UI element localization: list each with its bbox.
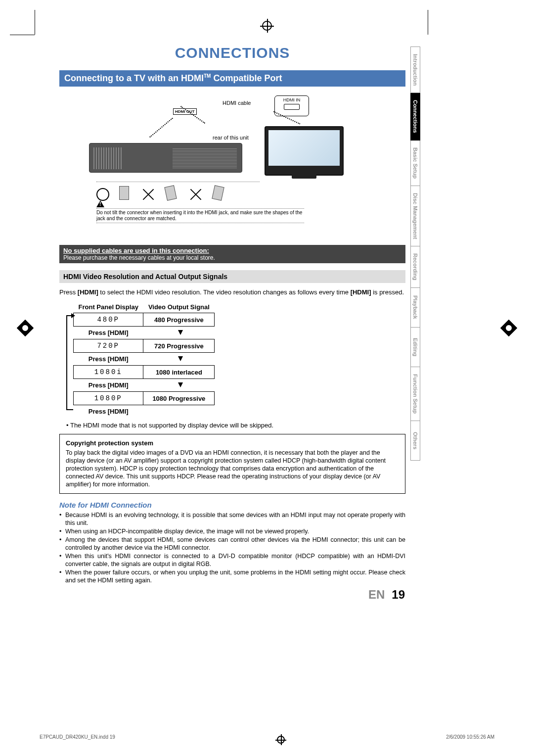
correct-mark-circle-icon bbox=[96, 188, 109, 201]
down-arrow-cell bbox=[143, 327, 215, 339]
note-item: Because HDMI is an evolving technology, … bbox=[59, 511, 405, 527]
tm-mark: TM bbox=[204, 73, 211, 79]
connector-wrong-icon bbox=[207, 186, 225, 203]
front-panel-display: 480P bbox=[74, 313, 143, 327]
crop-corner bbox=[10, 35, 35, 35]
wrong-mark-x-icon bbox=[189, 188, 202, 201]
connector-wrong-icon bbox=[160, 186, 178, 203]
table-header-right: Video Output Signal bbox=[143, 301, 215, 313]
intro-pre: Press bbox=[59, 288, 78, 296]
crop-corner bbox=[428, 10, 428, 35]
hdmi-in-label: HDMI IN bbox=[283, 97, 301, 102]
down-arrow-cell bbox=[143, 379, 215, 392]
print-registration-mark-icon bbox=[275, 734, 286, 745]
unit-rear-illustration bbox=[89, 143, 242, 173]
hdmi-bold: [HDMI] bbox=[78, 288, 98, 296]
front-panel-display: 1080i bbox=[74, 366, 143, 379]
video-output-signal: 480 Progressive bbox=[143, 313, 215, 327]
tab-playback[interactable]: Playback bbox=[410, 288, 420, 328]
intro-post: is pressed. bbox=[371, 288, 404, 296]
subsection-heading: HDMI Video Resolution and Actual Output … bbox=[59, 270, 405, 283]
press-hdmi-label: Press [HDMI] bbox=[74, 353, 143, 366]
rear-of-unit-label: rear of this unit bbox=[213, 135, 249, 141]
no-cable-sub: Please purchase the necessary cables at … bbox=[63, 254, 401, 261]
press-hdmi-label: Press [HDMI] bbox=[74, 327, 143, 339]
tilt-warning-text: Do not tilt the connector when inserting… bbox=[96, 208, 304, 223]
tab-label: Disc Management bbox=[412, 193, 418, 239]
no-cable-note-bar: No supplied cables are used in this conn… bbox=[59, 245, 405, 263]
no-cable-title: No supplied cables are used in this conn… bbox=[63, 247, 209, 254]
hdmi-cable-label: HDMI cable bbox=[222, 100, 251, 106]
copyright-box-body: To play back the digital video images of… bbox=[66, 449, 399, 488]
note-item: When the power failure occurs, or when y… bbox=[59, 568, 405, 584]
tab-basic-setup[interactable]: Basic Setup bbox=[410, 141, 420, 186]
print-footer: E7PCAUD_DR420KU_EN.indd 19 2/6/2009 10:5… bbox=[40, 734, 494, 745]
table-press-row: Press [HDMI] bbox=[74, 327, 215, 339]
note-item: When using an HDCP-incompatible display … bbox=[59, 527, 405, 535]
wrong-mark-x-icon bbox=[142, 188, 155, 201]
crop-mark-top bbox=[260, 19, 274, 33]
page-lang: EN bbox=[368, 588, 385, 601]
table-header-left: Front Panel Display bbox=[74, 301, 143, 313]
video-output-signal: 1080 interlaced bbox=[143, 366, 215, 379]
table-press-row: Press [HDMI] bbox=[74, 405, 215, 418]
down-arrow-icon bbox=[178, 356, 183, 361]
tab-others[interactable]: Others bbox=[410, 421, 420, 461]
tab-recording[interactable]: Recording bbox=[410, 246, 420, 287]
page-content: CONNECTIONS Connecting to a TV with an H… bbox=[59, 45, 405, 585]
table-row: 720P 720 Progressive bbox=[74, 339, 215, 353]
note-item: Among the devices that support HDMI, som… bbox=[59, 536, 405, 552]
section-heading-post: Compatible Port bbox=[211, 73, 282, 83]
intro-mid: to select the HDMI video resolution. The… bbox=[98, 288, 351, 296]
warning-icon bbox=[96, 200, 104, 207]
crop-corner bbox=[35, 10, 35, 35]
print-timestamp: 2/6/2009 10:55:26 AM bbox=[446, 734, 494, 745]
dotted-connection-line bbox=[149, 118, 173, 138]
tab-connections[interactable]: Connections bbox=[410, 93, 420, 141]
tab-introduction[interactable]: Introduction bbox=[410, 47, 420, 93]
resolution-table-wrap: Front Panel Display Video Output Signal … bbox=[59, 301, 405, 418]
note-item: When this unit's HDMI connector is conne… bbox=[59, 552, 405, 568]
copyright-box: Copyright protection system To play back… bbox=[59, 434, 405, 494]
hdmi-skip-note-text: The HDMI mode that is not supported by d… bbox=[70, 422, 273, 429]
front-panel-display: 1080P bbox=[74, 392, 143, 405]
hdmi-skip-note: • The HDMI mode that is not supported by… bbox=[66, 422, 405, 429]
hdmi-notes-list: Because HDMI is an evolving technology, … bbox=[59, 511, 405, 584]
page-number: EN19 bbox=[368, 588, 405, 602]
copyright-box-title: Copyright protection system bbox=[66, 439, 399, 447]
hdmi-port-icon bbox=[284, 104, 300, 110]
connector-orientation-row bbox=[96, 182, 260, 206]
page-num: 19 bbox=[392, 588, 405, 601]
down-arrow-cell bbox=[143, 353, 215, 366]
connection-diagram: HDMI OUT HDMI cable rear of this unit HD… bbox=[59, 93, 405, 241]
table-row: 480P 480 Progressive bbox=[74, 313, 215, 327]
video-output-signal: 720 Progressive bbox=[143, 339, 215, 353]
table-press-row: Press [HDMI] bbox=[74, 353, 215, 366]
section-heading-pre: Connecting to a TV with an HDMI bbox=[64, 73, 204, 83]
crop-mark-right bbox=[500, 320, 517, 336]
table-row: 1080i 1080 interlaced bbox=[74, 366, 215, 379]
front-panel-display: 720P bbox=[74, 339, 143, 353]
press-hdmi-label: Press [HDMI] bbox=[74, 405, 143, 418]
table-press-row: Press [HDMI] bbox=[74, 379, 215, 392]
section-heading: Connecting to a TV with an HDMITM Compat… bbox=[59, 70, 405, 87]
tv-illustration bbox=[265, 126, 344, 176]
connector-correct-icon bbox=[113, 186, 131, 203]
video-output-signal: 1080 Progressive bbox=[143, 392, 215, 405]
resolution-table: Front Panel Display Video Output Signal … bbox=[73, 301, 215, 418]
tab-editing[interactable]: Editing bbox=[410, 328, 420, 367]
down-arrow-icon bbox=[178, 330, 183, 335]
page-title: CONNECTIONS bbox=[59, 45, 405, 61]
press-hdmi-label: Press [HDMI] bbox=[74, 379, 143, 392]
side-tabs: Introduction Connections Basic Setup Dis… bbox=[410, 47, 428, 461]
note-heading: Note for HDMI Connection bbox=[59, 501, 405, 509]
print-file-name: E7PCAUD_DR420KU_EN.indd 19 bbox=[40, 734, 115, 745]
press-hdmi-intro: Press [HDMI] to select the HDMI video re… bbox=[59, 288, 405, 296]
table-row: 1080P 1080 Progressive bbox=[74, 392, 215, 405]
hdmi-bold: [HDMI] bbox=[351, 288, 371, 296]
down-arrow-icon bbox=[178, 382, 183, 387]
crop-mark-left bbox=[17, 320, 34, 336]
hdmi-in-box: HDMI IN bbox=[274, 95, 309, 116]
tab-disc-management[interactable]: Disc Management bbox=[410, 186, 420, 247]
tab-function-setup[interactable]: Function Setup bbox=[410, 367, 420, 421]
